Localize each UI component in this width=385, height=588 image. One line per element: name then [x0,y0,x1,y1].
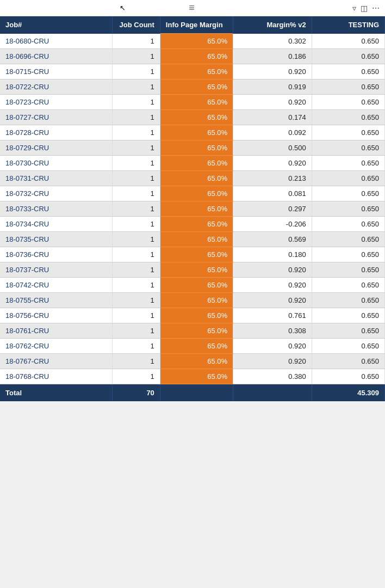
cell-testing: 0.650 [312,308,384,323]
cell-margin-v2: 0.213 [233,171,312,186]
cell-info-page-margin: 65.0% [160,156,233,171]
cell-margin-v2: 0.920 [233,293,312,308]
cell-testing: 0.650 [312,186,384,201]
cell-info-page-margin: 65.0% [160,247,233,262]
col-header-info-page-margin[interactable]: Info Page Margin [160,16,233,34]
cell-testing: 0.650 [312,354,384,369]
cell-job-num: 18-0680-CRU [0,34,113,49]
cell-testing: 0.650 [312,110,384,125]
table-row: 18-0729-CRU165.0%0.5000.650 [0,140,385,156]
table-row: 18-0761-CRU165.0%0.3080.650 [0,323,385,339]
cell-job-count: 1 [113,95,160,110]
cell-testing: 0.650 [312,125,384,140]
cell-job-count: 1 [113,125,160,140]
cell-testing: 0.650 [312,156,384,171]
table-row: 18-0715-CRU165.0%0.9200.650 [0,64,385,79]
cell-testing: 0.650 [312,79,384,95]
cell-job-num: 18-0767-CRU [0,354,113,369]
cell-info-page-margin: 65.0% [160,354,233,369]
cell-job-num: 18-0723-CRU [0,95,113,110]
table-row: 18-0722-CRU165.0%0.9190.650 [0,79,385,95]
cell-testing: 0.650 [312,95,384,110]
table-row: 18-0767-CRU165.0%0.9200.650 [0,354,385,369]
cell-job-count: 1 [113,156,160,171]
cell-testing: 0.650 [312,293,384,308]
table-row: 18-0723-CRU165.0%0.9200.650 [0,95,385,110]
cell-testing: 0.650 [312,34,384,49]
cell-job-count: 1 [113,278,160,293]
table-row: 18-0762-CRU165.0%0.9200.650 [0,339,385,354]
cell-info-page-margin: 65.0% [160,49,233,64]
cell-margin-v2: 0.920 [233,339,312,354]
cell-job-num: 18-0729-CRU [0,140,113,156]
cell-testing: 0.650 [312,140,384,156]
cell-job-count: 1 [113,293,160,308]
cell-info-page-margin: 65.0% [160,369,233,384]
cell-testing: 0.650 [312,49,384,64]
cell-job-count: 1 [113,308,160,323]
col-header-margin-v2[interactable]: Margin% v2 [233,16,312,34]
cell-job-num: 18-0735-CRU [0,232,113,247]
cell-testing: 0.650 [312,247,384,262]
table-row: 18-0735-CRU165.0%0.5690.650 [0,232,385,247]
cell-margin-v2: 0.297 [233,201,312,217]
col-header-job-num[interactable]: Job# [0,16,113,34]
cell-job-count: 1 [113,247,160,262]
table-row: 18-0732-CRU165.0%0.0810.650 [0,186,385,201]
cell-job-count: 1 [113,232,160,247]
cell-margin-v2: 0.761 [233,308,312,323]
col-header-testing[interactable]: TESTING [312,16,384,34]
cell-job-num: 18-0715-CRU [0,64,113,79]
cell-job-num: 18-0734-CRU [0,217,113,232]
cell-job-num: 18-0727-CRU [0,110,113,125]
cell-job-num: 18-0730-CRU [0,156,113,171]
cell-job-count: 1 [113,140,160,156]
cell-margin-v2: 0.569 [233,232,312,247]
cell-testing: 0.650 [312,262,384,278]
cell-info-page-margin: 65.0% [160,262,233,278]
cell-testing: 0.650 [312,369,384,384]
cell-margin-v2: 0.920 [233,278,312,293]
cell-margin-v2: 0.081 [233,186,312,201]
cell-info-page-margin: 65.0% [160,339,233,354]
table-row: 18-0733-CRU165.0%0.2970.650 [0,201,385,217]
filter-icon[interactable]: ▿ [352,4,356,13]
cell-job-num: 18-0742-CRU [0,278,113,293]
cell-margin-v2: 0.174 [233,110,312,125]
cell-job-count: 1 [113,79,160,95]
cell-job-num: 18-0736-CRU [0,247,113,262]
cell-margin-v2: 0.920 [233,95,312,110]
grid-icon[interactable]: ◫ [361,4,368,13]
table-row: 18-0680-CRU165.0%0.3020.650 [0,34,385,49]
cell-info-page-margin: 65.0% [160,186,233,201]
cell-info-page-margin: 65.0% [160,232,233,247]
cell-job-num: 18-0733-CRU [0,201,113,217]
col-header-job-count[interactable]: Job Count [113,16,160,34]
cell-margin-v2: 0.302 [233,34,312,49]
footer-margin-v2-empty [233,384,312,402]
cell-info-page-margin: 65.0% [160,171,233,186]
cell-job-count: 1 [113,64,160,79]
cell-testing: 0.650 [312,232,384,247]
cell-testing: 0.650 [312,64,384,79]
footer-margin-empty [160,384,233,402]
table-row: 18-0736-CRU165.0%0.1800.650 [0,247,385,262]
cell-testing: 0.650 [312,278,384,293]
cell-info-page-margin: 65.0% [160,217,233,232]
table-row: 18-0696-CRU165.0%0.1860.650 [0,49,385,64]
cell-info-page-margin: 65.0% [160,95,233,110]
cell-testing: 0.650 [312,201,384,217]
cell-margin-v2: 0.920 [233,262,312,278]
cell-job-count: 1 [113,354,160,369]
more-icon[interactable]: ⋯ [372,4,380,13]
table-row: 18-0730-CRU165.0%0.9200.650 [0,156,385,171]
cell-info-page-margin: 65.0% [160,323,233,339]
cell-margin-v2: 0.180 [233,247,312,262]
cell-job-num: 18-0762-CRU [0,339,113,354]
cell-info-page-margin: 65.0% [160,308,233,323]
cursor-icon: ↖ [120,4,126,12]
cell-margin-v2: 0.920 [233,156,312,171]
cell-job-count: 1 [113,369,160,384]
top-bar: ↖ ≡ ▿ ◫ ⋯ [0,0,385,16]
cell-info-page-margin: 65.0% [160,201,233,217]
